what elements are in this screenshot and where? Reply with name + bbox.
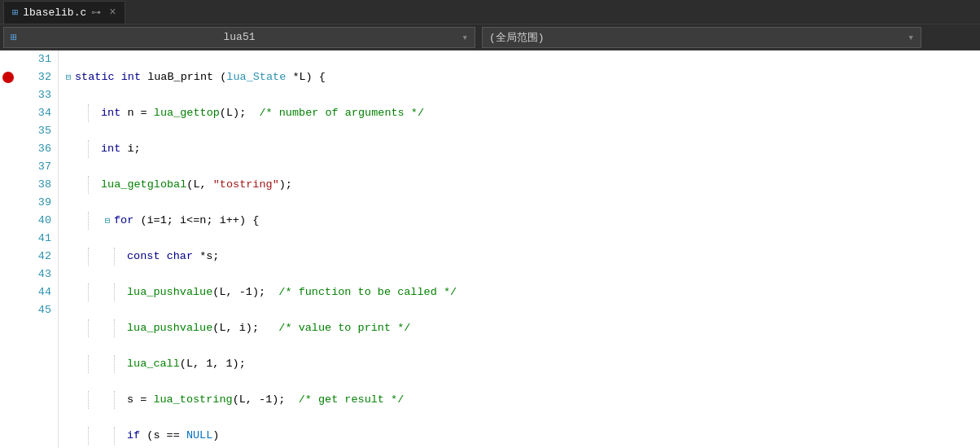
dropdown-arrow-right: ▾ <box>908 31 914 44</box>
line-num-34: 34 <box>20 104 51 122</box>
dropdown-arrow-left: ▾ <box>462 31 468 44</box>
scope-right-value: (全局范围) <box>489 30 545 45</box>
code-content[interactable]: ⊟static int luaB_print (lua_State *L) { … <box>59 51 980 448</box>
line-num-40: 40 <box>20 212 51 230</box>
tab-lbaselib[interactable]: ⊞ lbaselib.c ⊶ × <box>3 1 125 24</box>
pin-icon[interactable]: ⊶ <box>91 7 101 19</box>
line-num-36: 36 <box>20 140 51 158</box>
fold-31[interactable]: ⊟ <box>62 68 75 86</box>
line-num-43: 43 <box>20 266 51 283</box>
code-line-40: s = lua_tostring(L, -1); /* get result *… <box>62 391 980 409</box>
line-num-45: 45 <box>20 301 51 319</box>
scope-icon: ⊞ <box>11 31 17 44</box>
scope-dropdown-left[interactable]: ⊞ lua51 ▾ <box>3 27 475 48</box>
line-num-39: 39 <box>20 194 51 212</box>
code-line-37: lua_pushvalue(L, -1); /* function to be … <box>62 283 980 301</box>
line-num-33: 33 <box>20 86 51 104</box>
breakpoint-gutter <box>0 51 16 448</box>
code-area: 31 32 33 34 35 36 37 38 39 40 41 42 43 4… <box>0 51 980 448</box>
breakpoint-line32[interactable] <box>2 72 14 83</box>
code-line-41: if (s == NULL) <box>62 427 980 445</box>
toolbar: ⊞ lua51 ▾ (全局范围) ▾ <box>0 24 980 51</box>
code-line-34: lua_getglobal(L, "tostring"); <box>62 176 980 194</box>
line-num-37: 37 <box>20 158 51 176</box>
line-num-38: 38 <box>20 176 51 194</box>
close-tab-button[interactable]: × <box>109 6 116 19</box>
scope-value: lua51 <box>223 31 255 43</box>
scope-dropdown-right[interactable]: (全局范围) ▾ <box>482 27 921 48</box>
file-icon: ⊞ <box>12 7 18 19</box>
line-num-32: 32 <box>20 68 51 86</box>
tab-filename: lbaselib.c <box>23 7 86 19</box>
line-num-42: 42 <box>20 248 51 266</box>
line-numbers: 31 32 33 34 35 36 37 38 39 40 41 42 43 4… <box>16 51 59 448</box>
code-line-36: const char *s; <box>62 248 980 266</box>
code-line-31: ⊟static int luaB_print (lua_State *L) { <box>62 68 980 86</box>
code-line-32: int n = lua_gettop(L); /* number of argu… <box>62 104 980 122</box>
code-line-39: lua_call(L, 1, 1); <box>62 355 980 373</box>
tab-bar: ⊞ lbaselib.c ⊶ × <box>0 0 980 24</box>
line-num-41: 41 <box>20 230 51 248</box>
code-line-33: int i; <box>62 140 980 158</box>
line-num-44: 44 <box>20 283 51 301</box>
code-line-35: ⊟for (i=1; i<=n; i++) { <box>62 212 980 230</box>
line-num-31: 31 <box>20 51 51 68</box>
fold-35[interactable]: ⊟ <box>101 212 114 230</box>
line-num-35: 35 <box>20 122 51 140</box>
code-line-38: lua_pushvalue(L, i); /* value to print *… <box>62 319 980 337</box>
